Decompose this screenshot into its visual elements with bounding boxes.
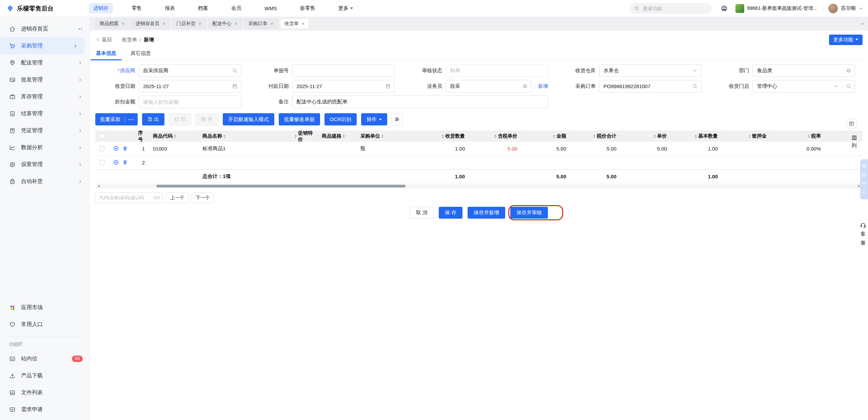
top-menu-item-4[interactable]: 会员 [227, 3, 246, 14]
column-filter-button[interactable] [392, 113, 403, 125]
search-input[interactable] [642, 5, 707, 12]
sort-icon[interactable] [494, 134, 496, 139]
close-tab-icon[interactable]: × [122, 21, 124, 26]
scroll-left-arrow[interactable] [96, 185, 100, 187]
batch-add-more-button[interactable]: ··· [125, 117, 137, 122]
sidebar-item-8[interactable]: 设置管理 [0, 156, 90, 173]
tab-list-chevron-icon[interactable] [860, 21, 865, 26]
sidebar-item-5[interactable]: $结算管理 [0, 105, 90, 122]
close-tab-icon[interactable]: × [235, 21, 237, 26]
sidebar-item-3[interactable]: 批发管理 [0, 71, 90, 88]
doc-no-input[interactable] [296, 67, 391, 74]
chevron-down-icon[interactable] [859, 6, 863, 11]
next-button[interactable]: 下一个 [192, 193, 214, 203]
close-tab-icon[interactable]: × [198, 21, 201, 26]
department-input[interactable] [756, 67, 843, 74]
breadcrumb-parent[interactable]: 收货单 [122, 37, 137, 43]
opened-tab-3[interactable]: 配送中心× [208, 19, 242, 29]
sort-icon[interactable] [808, 134, 810, 139]
sort-icon[interactable] [295, 134, 297, 139]
delete-row-icon[interactable] [122, 159, 128, 165]
sidebar-item-1[interactable]: 采购管理 [0, 37, 85, 54]
sidebar-item-0[interactable]: 进销存首页 [0, 20, 90, 37]
search-icon[interactable] [232, 68, 238, 74]
sort-icon[interactable] [553, 134, 555, 139]
operate-dropdown-button[interactable]: 操作 [361, 113, 387, 125]
top-menu-item-7[interactable]: 更多 [334, 3, 357, 14]
previous-button[interactable]: 上一个 [166, 193, 189, 203]
batch-add-label[interactable]: 批量添加 [96, 116, 125, 123]
opened-tab-2[interactable]: 门店补货× [172, 19, 205, 29]
store-switcher[interactable]: 99661-新界面果蔬版测试-管理... [735, 4, 817, 13]
batch-edit-button[interactable]: 批量修改单据 [279, 113, 320, 125]
view-toggle-button[interactable] [847, 119, 856, 128]
ocr-button[interactable]: OCR识别 [324, 113, 357, 125]
opened-tab-1[interactable]: 进销存首页× [131, 19, 170, 29]
quick-search-input[interactable] [99, 195, 152, 201]
tab-other-info[interactable]: 其它信息 [130, 47, 152, 60]
clear-icon[interactable] [846, 68, 851, 74]
sidebar-item-4[interactable]: 库存管理 [0, 88, 90, 105]
sort-icon[interactable] [593, 134, 595, 139]
top-menu-item-0[interactable]: 进销存 [89, 3, 113, 14]
printer-icon[interactable] [721, 5, 728, 12]
sort-icon[interactable] [654, 134, 656, 139]
sort-icon[interactable] [223, 134, 225, 139]
top-menu-item-5[interactable]: WMS [260, 3, 281, 13]
sidebar-shortcut-0[interactable]: 应用市场 [0, 299, 90, 316]
top-menu-item-1[interactable]: 零售 [127, 3, 146, 14]
save-and-audit-button[interactable]: 保存并审核 [510, 207, 548, 219]
batch-add-button[interactable]: 批量添加 ··· [95, 113, 138, 125]
save-and-new-button[interactable]: 保存并新增 [468, 207, 505, 219]
sidebar-item-9[interactable]: 自动补货 [0, 173, 90, 190]
sidebar-tool-3[interactable]: 需求申请 [0, 401, 90, 418]
sidebar-item-2[interactable]: 配送管理 [0, 54, 90, 71]
help-center-tab[interactable]: 帮助中心 [860, 159, 868, 199]
add-row-icon[interactable] [113, 145, 119, 152]
back-button[interactable]: 返回 [95, 37, 112, 43]
global-search[interactable] [630, 3, 712, 14]
opened-tab-5[interactable]: 收货单× [280, 19, 309, 29]
horizontal-scrollbar[interactable] [95, 184, 863, 188]
top-menu-item-2[interactable]: 报表 [160, 3, 179, 14]
warehouse-input[interactable] [603, 67, 690, 74]
sort-icon[interactable] [749, 134, 751, 139]
sort-icon[interactable] [442, 134, 444, 139]
avatar[interactable] [828, 4, 838, 13]
receive-store-select[interactable] [752, 80, 855, 93]
save-button[interactable]: 保 存 [439, 207, 462, 219]
search-icon[interactable] [846, 83, 851, 89]
sidebar-item-6[interactable]: 凭证管理 [0, 122, 90, 139]
customer-service-tab[interactable]: 客服 [860, 222, 866, 246]
discount-input[interactable] [142, 99, 238, 105]
salesman-input[interactable] [449, 83, 520, 89]
close-tab-icon[interactable]: × [162, 21, 165, 26]
purchase-order-input[interactable] [603, 83, 690, 89]
clear-icon[interactable] [522, 83, 528, 89]
pay-date-picker[interactable] [292, 80, 395, 93]
opened-tab-4[interactable]: 采购订单× [244, 19, 278, 29]
receive-date-picker[interactable] [139, 80, 241, 93]
delete-row-icon[interactable] [122, 145, 128, 152]
collapse-sidebar-icon[interactable] [78, 26, 83, 32]
close-tab-icon[interactable]: × [271, 21, 273, 26]
sidebar-tool-2[interactable]: 文件列表 [0, 384, 90, 401]
select-all-checkbox[interactable] [99, 134, 104, 139]
warehouse-select[interactable] [599, 64, 702, 77]
column-settings-button[interactable]: 列 [849, 135, 859, 149]
add-salesman-link[interactable]: 新增 [538, 83, 548, 89]
opened-tab-0[interactable]: 商品档案× [95, 19, 129, 29]
sort-icon[interactable] [174, 134, 176, 139]
tab-basic-info[interactable]: 基本信息 [95, 47, 117, 60]
sort-icon[interactable] [343, 134, 345, 139]
sidebar-item-7[interactable]: 数据分析 [0, 139, 90, 156]
receive-store-input[interactable] [756, 83, 831, 89]
search-icon[interactable] [692, 83, 698, 89]
top-menu-item-6[interactable]: 新零售 [296, 3, 320, 14]
cancel-button[interactable]: 取 消 [410, 207, 434, 219]
row-checkbox[interactable] [99, 160, 104, 165]
export-button[interactable]: 导 出 [142, 113, 164, 125]
top-menu-item-3[interactable]: 档案 [194, 3, 213, 14]
row-checkbox[interactable] [99, 146, 104, 151]
speed-input-mode-button[interactable]: 开启极速输入模式 [223, 113, 274, 125]
